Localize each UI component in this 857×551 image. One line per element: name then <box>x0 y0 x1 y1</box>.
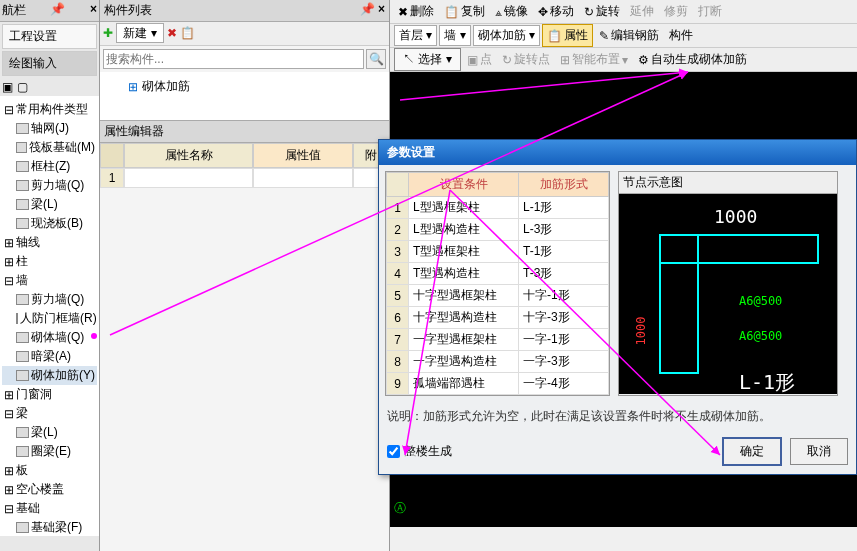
search-button[interactable]: 🔍 <box>366 49 386 69</box>
close-icon[interactable]: × <box>90 2 97 19</box>
place-toolbar: ↖ 选择 ▾ ▣ 点 ↻ 旋转点 ⊞ 智能布置 ▾ ⚙自动生成砌体加筋 <box>390 48 857 72</box>
table-row[interactable]: 1L型遇框架柱L-1形 <box>387 197 609 219</box>
copy-icon[interactable]: 📋 <box>180 26 195 40</box>
whole-building-checkbox[interactable]: 整楼生成 <box>387 443 452 460</box>
ok-button[interactable]: 确定 <box>722 437 782 466</box>
rotate-point-button[interactable]: ↻ 旋转点 <box>498 49 554 70</box>
edit-icon: ✎ <box>599 29 609 43</box>
draw-input-button[interactable]: 绘图输入 <box>2 51 97 76</box>
expand-icon[interactable]: ▣ <box>2 80 13 94</box>
floor-combo[interactable]: 首层 ▾ <box>394 25 437 46</box>
wall-icon <box>16 294 29 305</box>
axis-label: Ⓐ <box>394 500 406 517</box>
plus-icon: ⊞ <box>4 483 14 497</box>
tree-section[interactable]: ⊞门窗洞 <box>2 385 97 404</box>
tree-section[interactable]: ⊞空心楼盖 <box>2 480 97 499</box>
tree-item[interactable]: 剪力墙(Q) <box>2 290 97 309</box>
minus-icon: ⊟ <box>4 502 14 516</box>
tree-item[interactable]: 现浇板(B) <box>2 214 97 233</box>
tree-item[interactable]: 基础梁(F) <box>2 518 97 536</box>
table-row[interactable]: 9孤墙端部遇柱一字-4形 <box>387 373 609 395</box>
member-item[interactable]: ⊞ 砌体加筋 <box>108 78 381 95</box>
category-combo[interactable]: 墙 ▾ <box>439 25 470 46</box>
tree-item[interactable]: 人防门框墙(R) <box>2 309 97 328</box>
plus-icon: ⊞ <box>4 388 14 402</box>
cancel-button[interactable]: 取消 <box>790 438 848 465</box>
tree-item[interactable]: 暗梁(A) <box>2 347 97 366</box>
tree-section[interactable]: ⊟常用构件类型 <box>2 100 97 119</box>
close-icon[interactable]: × <box>378 2 385 16</box>
extend-button[interactable]: 延伸 <box>626 1 658 22</box>
minus-icon: ⊟ <box>4 407 14 421</box>
close-icon[interactable]: ✖ <box>167 26 177 40</box>
tree-item[interactable]: 筏板基础(M) <box>2 138 97 157</box>
break-button[interactable]: 打断 <box>694 1 726 22</box>
rotate-button[interactable]: ↻旋转 <box>580 1 624 22</box>
member-combo[interactable]: 砌体加筋 ▾ <box>473 25 540 46</box>
mirror-button[interactable]: ⟁镜像 <box>491 1 532 22</box>
table-row[interactable]: 5十字型遇框架柱十字-1形 <box>387 285 609 307</box>
member-list-title: 构件列表 📌 × <box>100 0 389 22</box>
ring-icon <box>16 446 29 457</box>
tree-section[interactable]: ⊞轴线 <box>2 233 97 252</box>
tree-section[interactable]: ⊞板 <box>2 461 97 480</box>
collapse-icon[interactable]: ▢ <box>17 80 28 94</box>
tree-item[interactable]: 框柱(Z) <box>2 157 97 176</box>
left-title: 航栏 <box>2 2 26 19</box>
smart-place-button[interactable]: ⊞ 智能布置 ▾ <box>556 49 632 70</box>
raft-icon <box>16 142 27 153</box>
tree-item[interactable]: 梁(L) <box>2 423 97 442</box>
pin-icon[interactable]: 📌 <box>360 2 375 16</box>
tree-section[interactable]: ⊟墙 <box>2 271 97 290</box>
plus-icon: ⊞ <box>4 236 14 250</box>
prop-row[interactable]: 1 <box>100 168 389 188</box>
tree-item-active[interactable]: 砌体加筋(Y) <box>2 366 97 385</box>
beam-icon <box>16 199 29 210</box>
delete-icon: ✖ <box>398 5 408 19</box>
tree-item[interactable]: 梁(L) <box>2 195 97 214</box>
prop-header: 属性名称 属性值 附 <box>100 143 389 168</box>
trim-button[interactable]: 修剪 <box>660 1 692 22</box>
member-list-button[interactable]: 构件 <box>665 25 697 46</box>
doorwall-icon <box>16 313 18 324</box>
table-row[interactable]: 8一字型遇构造柱一字-3形 <box>387 351 609 373</box>
rebar-icon: ⊞ <box>128 80 138 94</box>
tree-item[interactable]: 砌体墙(Q) <box>2 328 97 347</box>
table-row[interactable]: 7一字型遇框架柱一字-1形 <box>387 329 609 351</box>
member-panel: 构件列表 📌 × ✚ 新建 ▾ ✖ 📋 🔍 ⊞ 砌体加筋 属性编辑器 属性名称 … <box>100 0 390 551</box>
tree-item[interactable]: 剪力墙(Q) <box>2 176 97 195</box>
delete-button[interactable]: ✖删除 <box>394 1 438 22</box>
copy-button[interactable]: 📋复制 <box>440 1 489 22</box>
col-shape: 加筋形式 <box>519 173 609 197</box>
checkbox-input[interactable] <box>387 445 400 458</box>
member-toolbar: ✚ 新建 ▾ ✖ 📋 <box>100 22 389 46</box>
pin-icon[interactable]: 📌 <box>50 2 65 19</box>
tree-section[interactable]: ⊟梁 <box>2 404 97 423</box>
tree-section[interactable]: ⊞柱 <box>2 252 97 271</box>
property-button[interactable]: 📋属性 <box>542 24 593 47</box>
search-row: 🔍 <box>100 46 389 72</box>
minus-icon: ⊟ <box>4 103 14 117</box>
new-button[interactable]: 新建 ▾ <box>116 23 163 43</box>
select-button[interactable]: ↖ 选择 ▾ <box>394 48 461 71</box>
search-input[interactable] <box>103 49 364 69</box>
plus-icon: ⊞ <box>4 464 14 478</box>
tree-section[interactable]: ⊟基础 <box>2 499 97 518</box>
edit-rebar-button[interactable]: ✎编辑钢筋 <box>595 25 663 46</box>
grid-icon <box>16 123 29 134</box>
copy-icon: 📋 <box>444 5 459 19</box>
dialog-title: 参数设置 <box>387 144 435 161</box>
table-row[interactable]: 4T型遇构造柱T-3形 <box>387 263 609 285</box>
table-row[interactable]: 2L型遇构造柱L-3形 <box>387 219 609 241</box>
auto-generate-button[interactable]: ⚙自动生成砌体加筋 <box>634 49 751 70</box>
table-row[interactable]: 3T型遇框架柱T-1形 <box>387 241 609 263</box>
point-button[interactable]: ▣ 点 <box>463 49 496 70</box>
tree-item[interactable]: 轴网(J) <box>2 119 97 138</box>
masonry-icon <box>16 332 29 343</box>
dialog-titlebar[interactable]: 参数设置 <box>379 140 856 165</box>
project-settings-button[interactable]: 工程设置 <box>2 24 97 49</box>
table-row[interactable]: 6十字型遇构造柱十字-3形 <box>387 307 609 329</box>
tree-item[interactable]: 圈梁(E) <box>2 442 97 461</box>
move-button[interactable]: ✥移动 <box>534 1 578 22</box>
edit-toolbar: ✖删除 📋复制 ⟁镜像 ✥移动 ↻旋转 延伸 修剪 打断 <box>390 0 857 24</box>
